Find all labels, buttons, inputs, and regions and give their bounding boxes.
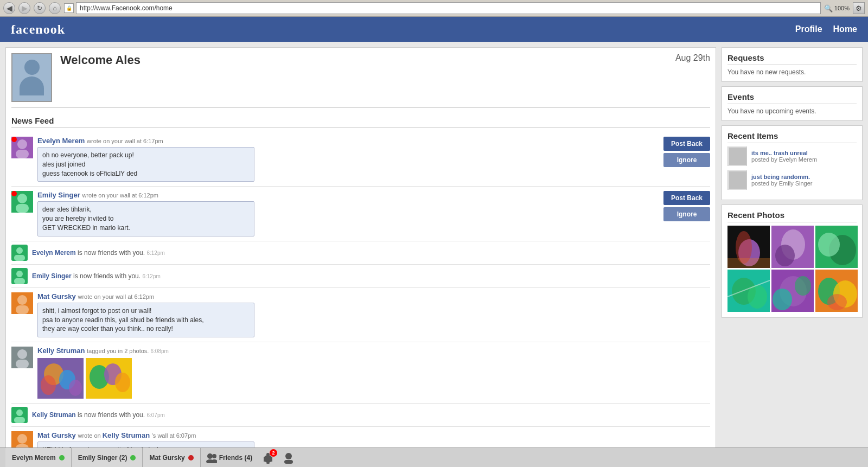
chat-name-emily: Emily Singer (2)	[78, 454, 127, 462]
recent-thumb-svg	[728, 146, 746, 166]
svg-point-8	[16, 247, 23, 254]
feed-author-name[interactable]: Kelly Struman	[37, 347, 85, 355]
feed-author-name[interactable]: Evelyn Merem	[37, 137, 85, 145]
recent-photos-box: Recent Photos	[722, 204, 863, 318]
requests-text: You have no new requests.	[727, 68, 857, 76]
feed-avatar-mat	[11, 292, 33, 314]
feed-author-name[interactable]: Emily Singer	[37, 191, 80, 199]
feed-time: 6:12pm	[146, 250, 164, 256]
feed-target-name[interactable]: Kelly Struman	[103, 431, 150, 439]
home-nav-link[interactable]: Home	[833, 24, 857, 34]
feed-actions: Post Back Ignore	[663, 191, 710, 221]
ignore-button[interactable]: Ignore	[663, 207, 710, 221]
svg-point-22	[69, 380, 82, 396]
svg-point-70	[827, 294, 847, 310]
feed-content: Kelly Struman tagged you in 2 photos. 6:…	[37, 347, 710, 399]
settings-button[interactable]: ⚙	[853, 2, 865, 14]
feed-time: 6:08pm	[150, 348, 168, 354]
feed-action: is now friends with you.	[78, 249, 146, 257]
address-bar[interactable]	[76, 2, 821, 14]
feed-text: dear ales tihlarik,you are hereby invite…	[37, 201, 254, 236]
svg-point-66	[795, 276, 811, 296]
feed-author-name[interactable]: Evelyn Merem	[32, 249, 76, 257]
svg-point-79	[285, 453, 292, 459]
site-logo[interactable]: facenook	[11, 22, 65, 37]
svg-point-29	[16, 410, 23, 416]
feed-photos	[37, 358, 710, 399]
feed-item: Kelly Struman is now friends with you. 6…	[11, 404, 710, 427]
welcome-name: Welcome Ales	[60, 53, 141, 67]
svg-rect-6	[16, 204, 29, 213]
feed-item: Mat Gursky wrote on your wall at 6:12pm …	[11, 288, 710, 342]
requests-title: Requests	[727, 53, 857, 65]
recent-photo-1[interactable]	[727, 226, 770, 268]
post-back-button[interactable]: Post Back	[663, 137, 710, 151]
svg-point-5	[17, 194, 27, 203]
recent-photo-6[interactable]	[815, 270, 858, 312]
page-body: Welcome Ales Aug 29th News Feed Evelyn M…	[0, 42, 868, 467]
feed-item: Emily Singer is now friends with you. 6:…	[11, 265, 710, 288]
profile-date: Aug 29th	[675, 53, 710, 63]
avatar-head	[24, 60, 40, 75]
feed-text: shitt, i almost forgot to post on ur wal…	[37, 303, 254, 337]
home-button[interactable]: ⌂	[49, 2, 61, 14]
friend-icon	[11, 407, 28, 423]
recent-photo-2[interactable]	[771, 226, 814, 268]
svg-point-1	[17, 139, 27, 149]
avatar-body	[20, 76, 44, 95]
post-back-button[interactable]: Post Back	[663, 191, 710, 205]
svg-rect-30	[14, 417, 25, 423]
svg-rect-77	[266, 462, 270, 464]
tagged-photo-2[interactable]	[86, 358, 132, 399]
feed-action: wrote on	[78, 432, 102, 439]
main-content: Welcome Ales Aug 29th News Feed Evelyn M…	[5, 47, 716, 467]
feed-action: wrote on your wall at 6:12pm	[82, 192, 158, 199]
chat-name-evelyn: Evelyn Merem	[12, 454, 56, 462]
feed-item: Evelyn Merem wrote on your wall at 6:17p…	[11, 132, 710, 187]
recent-thumb	[727, 146, 747, 166]
friends-button[interactable]: Friends (4)	[201, 448, 258, 468]
photo4-svg	[727, 270, 770, 312]
feed-author-name[interactable]: Emily Singer	[32, 272, 72, 280]
feed-simple-text: Emily Singer is now friends with you. 6:…	[32, 272, 161, 280]
feed-author-name[interactable]: Kelly Struman	[32, 411, 76, 419]
recent-thumb-svg2	[728, 170, 746, 190]
recent-item-text: its me.. trash unreal posted by Evelyn M…	[751, 150, 817, 163]
recent-item-sub: posted by Evelyn Merem	[751, 156, 817, 163]
ignore-button[interactable]: Ignore	[663, 153, 710, 167]
feed-time: 6:17pm	[143, 138, 163, 144]
svg-point-14	[17, 295, 27, 305]
svg-point-23	[41, 375, 56, 395]
svg-rect-76	[264, 457, 272, 462]
refresh-button[interactable]: ↻	[34, 2, 46, 14]
back-button[interactable]: ◀	[3, 2, 15, 14]
zoom-level: 100%	[834, 5, 850, 11]
recent-photo-4[interactable]	[727, 270, 770, 312]
svg-rect-80	[284, 460, 293, 464]
feed-time: 6:07pm	[146, 412, 164, 418]
forward-button[interactable]: ▶	[18, 2, 30, 14]
feed-author-name[interactable]: Mat Gursky	[37, 431, 76, 439]
recent-photo-3[interactable]	[815, 226, 858, 268]
svg-point-58	[818, 233, 840, 257]
address-icon: 🔒	[64, 3, 74, 13]
recent-item: its me.. trash unreal posted by Evelyn M…	[727, 146, 857, 166]
feed-author-name[interactable]: Mat Gursky	[37, 292, 76, 300]
online-dot	[11, 137, 17, 142]
svg-point-65	[773, 289, 792, 310]
recent-items-box: Recent Items its me.. trash unreal poste…	[722, 125, 863, 200]
recent-photo-5[interactable]	[771, 270, 814, 312]
friend-request-notification[interactable]	[278, 448, 299, 468]
chat-item-evelyn[interactable]: Evelyn Merem	[5, 448, 72, 468]
tagged-photo-1[interactable]	[37, 358, 84, 399]
recent-item-title[interactable]: its me.. trash unreal	[751, 150, 817, 156]
chat-item-emily[interactable]: Emily Singer (2)	[72, 448, 143, 468]
chat-item-mat[interactable]: Mat Gursky	[143, 448, 200, 468]
recent-thumb	[727, 170, 747, 190]
photo6-svg	[815, 270, 858, 312]
friend-icon	[11, 268, 28, 284]
recent-item-title[interactable]: just being randomm.	[751, 174, 813, 180]
notification-button[interactable]: 2	[258, 448, 278, 468]
profile-nav-link[interactable]: Profile	[795, 24, 822, 34]
svg-point-11	[16, 271, 23, 277]
